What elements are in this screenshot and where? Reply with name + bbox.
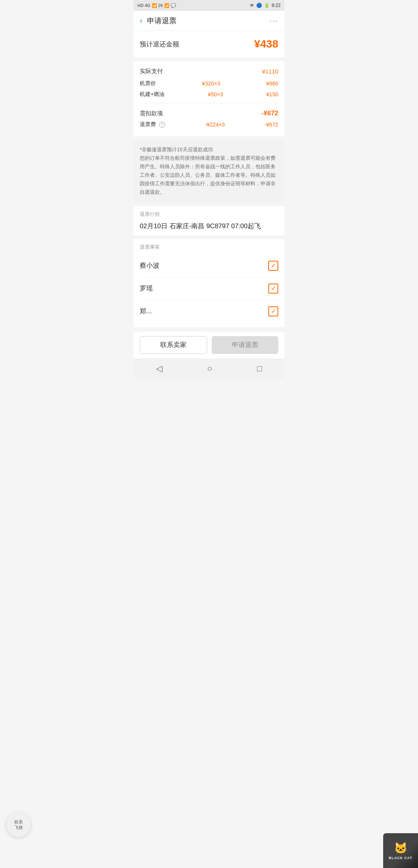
- signal-bars: 📶: [152, 3, 157, 8]
- section-divider: [140, 103, 278, 103]
- status-left: HD 4G 📶 26 📶 💬: [137, 3, 176, 8]
- deduction-main-row: 需扣款项 -¥672: [140, 106, 278, 119]
- more-button[interactable]: ···: [269, 16, 278, 25]
- time-display: 9:22: [272, 3, 281, 8]
- ticket-price-mid: ¥320×3: [202, 80, 220, 87]
- passenger-section: 退票乘客 蔡小波 ✓ 罗瑶 ✓ 郑... ✓: [134, 239, 284, 327]
- deduction-label: 需扣款项: [140, 110, 163, 117]
- trip-section: 退票行程 02月10日 石家庄-南昌 9C8797 07:00起飞: [134, 206, 284, 235]
- ticket-price-label: 机票价: [140, 80, 156, 87]
- actual-payment-row: 实际支付 ¥1110: [140, 66, 278, 78]
- question-icon[interactable]: ?: [159, 121, 165, 128]
- airport-tax-label: 机建+燃油: [140, 91, 164, 98]
- home-nav-icon[interactable]: ○: [207, 364, 212, 374]
- airport-tax-row: 机建+燃油 ¥50×3 ¥150: [140, 89, 278, 100]
- passenger-checkbox-3[interactable]: ✓: [268, 306, 278, 316]
- recents-nav-icon[interactable]: □: [257, 364, 262, 374]
- signal-26: 26: [158, 3, 163, 8]
- passenger-checkbox-2[interactable]: ✓: [268, 284, 278, 294]
- ticket-price-row: 机票价 ¥320×3 ¥960: [140, 78, 278, 89]
- passenger-row-1: 蔡小波 ✓: [140, 255, 278, 277]
- back-button[interactable]: ‹: [140, 16, 142, 26]
- airport-tax-mid: ¥50×3: [208, 91, 223, 97]
- ticket-price-value: ¥960: [266, 80, 278, 87]
- passenger-checkbox-1[interactable]: ✓: [268, 261, 278, 271]
- actual-payment-section: 实际支付 ¥1110 机票价 ¥320×3 ¥960 机建+燃油 ¥50×3 ¥…: [134, 61, 284, 136]
- trip-info: 02月10日 石家庄-南昌 9C8797 07:00起飞: [140, 222, 278, 231]
- passenger-name-3: 郑...: [140, 307, 152, 316]
- passenger-name-2: 罗瑶: [140, 284, 153, 293]
- wechat-icon: 💬: [171, 3, 176, 8]
- actual-payment-value: ¥1110: [262, 68, 278, 75]
- header: ‹ 申请退票 ···: [134, 11, 284, 31]
- refund-fee-mid: -¥224×3: [205, 121, 225, 128]
- battery-icon: 🔋: [264, 3, 270, 8]
- bluetooth-icon: 🔵: [256, 3, 262, 8]
- bottom-nav: ◁ ○ □: [134, 359, 284, 379]
- refund-amount-value: ¥438: [254, 38, 278, 50]
- deduction-value: -¥672: [262, 109, 278, 117]
- refund-fee-row: 退票费 ? -¥224×3 -¥672: [140, 119, 278, 130]
- apply-refund-button[interactable]: 申请退票: [212, 336, 278, 354]
- contact-seller-button[interactable]: 联系卖家: [140, 336, 207, 354]
- refund-fee-label: 退票费 ?: [140, 121, 165, 128]
- refund-amount-label: 预计退还金额: [140, 40, 179, 49]
- notice-text: *非极速退票预计15天后退款成功您的订单不符合航司疫情特殊退票政策，如需退票可能…: [140, 147, 276, 195]
- passenger-row-2: 罗瑶 ✓: [140, 277, 278, 300]
- eye-icon: 👁: [250, 3, 254, 8]
- status-right: 👁 🔵 🔋 9:22: [250, 3, 281, 8]
- passenger-name-1: 蔡小波: [140, 261, 159, 270]
- refund-amount-section: 预计退还金额 ¥438: [134, 31, 284, 57]
- footer-bar: 联系卖家 申请退票: [134, 331, 284, 359]
- passenger-row-3: 郑... ✓: [140, 300, 278, 323]
- signal-4g: 4G: [145, 3, 151, 8]
- passenger-section-label: 退票乘客: [140, 244, 278, 251]
- airport-tax-value: ¥150: [266, 91, 278, 97]
- back-nav-icon[interactable]: ◁: [156, 364, 163, 374]
- wifi-icon: 📶: [164, 3, 170, 8]
- network-icon: HD: [137, 3, 144, 8]
- actual-payment-label: 实际支付: [140, 68, 163, 75]
- refund-fee-value: -¥672: [264, 121, 278, 128]
- status-bar: HD 4G 📶 26 📶 💬 👁 🔵 🔋 9:22: [134, 0, 284, 11]
- page-title: 申请退票: [147, 16, 176, 26]
- trip-section-label: 退票行程: [140, 211, 278, 218]
- notice-box: *非极速退票预计15天后退款成功您的订单不符合航司疫情特殊退票政策，如需退票可能…: [134, 140, 284, 202]
